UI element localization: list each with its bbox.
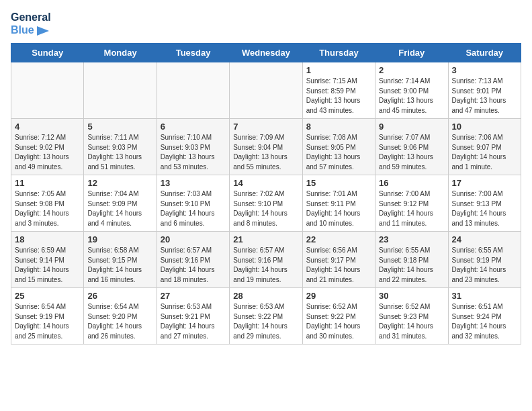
day-number: 21 <box>233 234 298 244</box>
calendar-cell: 22Sunrise: 6:56 AM Sunset: 9:17 PM Dayli… <box>302 232 375 288</box>
calendar-cell: 31Sunrise: 6:51 AM Sunset: 9:24 PM Dayli… <box>448 288 521 345</box>
day-number: 9 <box>379 122 444 132</box>
calendar-cell: 10Sunrise: 7:06 AM Sunset: 9:07 PM Dayli… <box>448 119 521 175</box>
calendar-table: SundayMondayTuesdayWednesdayThursdayFrid… <box>11 43 521 345</box>
logo-arrow-icon <box>37 26 49 36</box>
calendar-cell: 26Sunrise: 6:54 AM Sunset: 9:20 PM Dayli… <box>84 288 157 345</box>
day-info: Sunrise: 7:13 AM Sunset: 9:01 PM Dayligh… <box>452 77 517 116</box>
day-number: 6 <box>161 122 226 132</box>
day-number: 8 <box>306 122 371 132</box>
calendar-cell: 28Sunrise: 6:53 AM Sunset: 9:22 PM Dayli… <box>230 288 302 345</box>
calendar-cell: 27Sunrise: 6:53 AM Sunset: 9:21 PM Dayli… <box>157 288 229 345</box>
day-info: Sunrise: 7:10 AM Sunset: 9:03 PM Dayligh… <box>161 133 226 172</box>
calendar-cell: 16Sunrise: 7:00 AM Sunset: 9:12 PM Dayli… <box>375 175 448 232</box>
day-number: 2 <box>379 65 444 75</box>
calendar-cell: 14Sunrise: 7:02 AM Sunset: 9:10 PM Dayli… <box>230 175 302 232</box>
day-info: Sunrise: 6:56 AM Sunset: 9:17 PM Dayligh… <box>306 246 371 285</box>
day-info: Sunrise: 7:14 AM Sunset: 9:00 PM Dayligh… <box>379 77 444 116</box>
day-info: Sunrise: 6:53 AM Sunset: 9:22 PM Dayligh… <box>233 302 298 341</box>
day-info: Sunrise: 7:04 AM Sunset: 9:09 PM Dayligh… <box>87 189 152 228</box>
day-info: Sunrise: 6:55 AM Sunset: 9:18 PM Dayligh… <box>379 246 444 285</box>
weekday-header-monday: Monday <box>84 44 157 62</box>
day-number: 23 <box>379 234 444 244</box>
weekday-header-row: SundayMondayTuesdayWednesdayThursdayFrid… <box>11 44 521 62</box>
calendar-cell: 4Sunrise: 7:12 AM Sunset: 9:02 PM Daylig… <box>11 119 84 175</box>
weekday-header-sunday: Sunday <box>11 44 84 62</box>
day-info: Sunrise: 6:52 AM Sunset: 9:22 PM Dayligh… <box>306 302 371 341</box>
calendar-cell: 3Sunrise: 7:13 AM Sunset: 9:01 PM Daylig… <box>448 62 521 119</box>
calendar-cell: 29Sunrise: 6:52 AM Sunset: 9:22 PM Dayli… <box>302 288 375 345</box>
logo: General Blue <box>11 11 51 36</box>
weekday-header-thursday: Thursday <box>302 44 375 62</box>
calendar-cell: 5Sunrise: 7:11 AM Sunset: 9:03 PM Daylig… <box>84 119 157 175</box>
day-number: 13 <box>161 178 226 188</box>
day-number: 28 <box>233 291 298 301</box>
calendar-cell: 8Sunrise: 7:08 AM Sunset: 9:05 PM Daylig… <box>302 119 375 175</box>
day-info: Sunrise: 7:09 AM Sunset: 9:04 PM Dayligh… <box>233 133 298 172</box>
day-number: 1 <box>306 65 371 75</box>
calendar-week-3: 11Sunrise: 7:05 AM Sunset: 9:08 PM Dayli… <box>11 175 521 232</box>
day-info: Sunrise: 6:58 AM Sunset: 9:15 PM Dayligh… <box>87 246 152 285</box>
calendar-week-2: 4Sunrise: 7:12 AM Sunset: 9:02 PM Daylig… <box>11 119 521 175</box>
calendar-cell <box>230 62 302 119</box>
day-info: Sunrise: 6:52 AM Sunset: 9:23 PM Dayligh… <box>379 302 444 341</box>
day-number: 12 <box>87 178 152 188</box>
day-number: 27 <box>161 291 226 301</box>
calendar-cell: 15Sunrise: 7:01 AM Sunset: 9:11 PM Dayli… <box>302 175 375 232</box>
calendar-cell: 1Sunrise: 7:15 AM Sunset: 8:59 PM Daylig… <box>302 62 375 119</box>
calendar-cell: 23Sunrise: 6:55 AM Sunset: 9:18 PM Dayli… <box>375 232 448 288</box>
calendar-cell: 7Sunrise: 7:09 AM Sunset: 9:04 PM Daylig… <box>230 119 302 175</box>
day-number: 19 <box>87 234 152 244</box>
calendar-week-5: 25Sunrise: 6:54 AM Sunset: 9:19 PM Dayli… <box>11 288 521 345</box>
calendar-cell: 21Sunrise: 6:57 AM Sunset: 9:16 PM Dayli… <box>230 232 302 288</box>
calendar-cell: 25Sunrise: 6:54 AM Sunset: 9:19 PM Dayli… <box>11 288 84 345</box>
page-header: General Blue <box>11 11 521 36</box>
day-info: Sunrise: 7:05 AM Sunset: 9:08 PM Dayligh… <box>15 189 80 228</box>
calendar-cell: 12Sunrise: 7:04 AM Sunset: 9:09 PM Dayli… <box>84 175 157 232</box>
day-info: Sunrise: 7:00 AM Sunset: 9:13 PM Dayligh… <box>452 189 517 228</box>
day-info: Sunrise: 7:08 AM Sunset: 9:05 PM Dayligh… <box>306 133 371 172</box>
calendar-cell <box>84 62 157 119</box>
calendar-cell: 18Sunrise: 6:59 AM Sunset: 9:14 PM Dayli… <box>11 232 84 288</box>
calendar-week-1: 1Sunrise: 7:15 AM Sunset: 8:59 PM Daylig… <box>11 62 521 119</box>
calendar-cell: 30Sunrise: 6:52 AM Sunset: 9:23 PM Dayli… <box>375 288 448 345</box>
weekday-header-friday: Friday <box>375 44 448 62</box>
day-info: Sunrise: 7:15 AM Sunset: 8:59 PM Dayligh… <box>306 77 371 116</box>
weekday-header-wednesday: Wednesday <box>230 44 302 62</box>
weekday-header-tuesday: Tuesday <box>157 44 229 62</box>
calendar-cell: 9Sunrise: 7:07 AM Sunset: 9:06 PM Daylig… <box>375 119 448 175</box>
day-info: Sunrise: 6:54 AM Sunset: 9:20 PM Dayligh… <box>87 302 152 341</box>
day-number: 25 <box>15 291 80 301</box>
day-number: 17 <box>452 178 517 188</box>
day-info: Sunrise: 6:59 AM Sunset: 9:14 PM Dayligh… <box>15 246 80 285</box>
day-number: 24 <box>452 234 517 244</box>
day-number: 16 <box>379 178 444 188</box>
day-number: 4 <box>15 122 80 132</box>
calendar-cell: 17Sunrise: 7:00 AM Sunset: 9:13 PM Dayli… <box>448 175 521 232</box>
day-number: 15 <box>306 178 371 188</box>
day-info: Sunrise: 7:07 AM Sunset: 9:06 PM Dayligh… <box>379 133 444 172</box>
calendar-cell: 11Sunrise: 7:05 AM Sunset: 9:08 PM Dayli… <box>11 175 84 232</box>
day-number: 22 <box>306 234 371 244</box>
calendar-cell: 19Sunrise: 6:58 AM Sunset: 9:15 PM Dayli… <box>84 232 157 288</box>
day-info: Sunrise: 6:54 AM Sunset: 9:19 PM Dayligh… <box>15 302 80 341</box>
day-info: Sunrise: 6:51 AM Sunset: 9:24 PM Dayligh… <box>452 302 517 341</box>
day-info: Sunrise: 7:03 AM Sunset: 9:10 PM Dayligh… <box>161 189 226 228</box>
day-info: Sunrise: 6:55 AM Sunset: 9:19 PM Dayligh… <box>452 246 517 285</box>
calendar-week-4: 18Sunrise: 6:59 AM Sunset: 9:14 PM Dayli… <box>11 232 521 288</box>
calendar-cell: 6Sunrise: 7:10 AM Sunset: 9:03 PM Daylig… <box>157 119 229 175</box>
day-number: 10 <box>452 122 517 132</box>
calendar-cell: 20Sunrise: 6:57 AM Sunset: 9:16 PM Dayli… <box>157 232 229 288</box>
day-number: 20 <box>161 234 226 244</box>
day-number: 30 <box>379 291 444 301</box>
day-info: Sunrise: 7:06 AM Sunset: 9:07 PM Dayligh… <box>452 133 517 172</box>
day-info: Sunrise: 6:57 AM Sunset: 9:16 PM Dayligh… <box>233 246 298 285</box>
calendar-cell <box>11 62 84 119</box>
calendar-cell: 2Sunrise: 7:14 AM Sunset: 9:00 PM Daylig… <box>375 62 448 119</box>
day-info: Sunrise: 6:53 AM Sunset: 9:21 PM Dayligh… <box>161 302 226 341</box>
day-number: 3 <box>452 65 517 75</box>
day-info: Sunrise: 7:12 AM Sunset: 9:02 PM Dayligh… <box>15 133 80 172</box>
logo-text: General Blue <box>11 11 51 36</box>
calendar-cell: 24Sunrise: 6:55 AM Sunset: 9:19 PM Dayli… <box>448 232 521 288</box>
day-number: 11 <box>15 178 80 188</box>
